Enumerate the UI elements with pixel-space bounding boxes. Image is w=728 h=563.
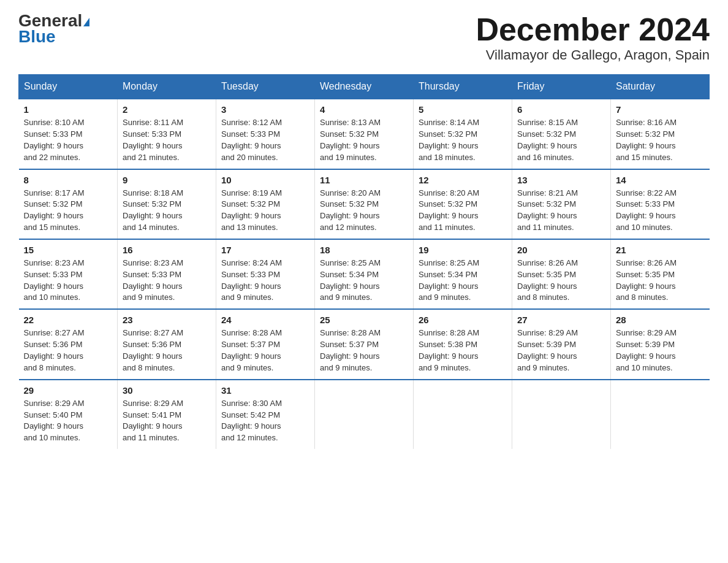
day-info: Sunrise: 8:16 AMSunset: 5:32 PMDaylight:… [616, 117, 705, 163]
day-info: Sunrise: 8:21 AMSunset: 5:32 PMDaylight:… [517, 188, 605, 234]
calendar-day-cell: 27Sunrise: 8:29 AMSunset: 5:39 PMDayligh… [512, 309, 611, 379]
day-info: Sunrise: 8:29 AMSunset: 5:40 PMDaylight:… [24, 398, 113, 444]
calendar-day-cell: 30Sunrise: 8:29 AMSunset: 5:41 PMDayligh… [118, 380, 216, 449]
calendar-day-cell: 10Sunrise: 8:19 AMSunset: 5:32 PMDayligh… [216, 169, 315, 239]
day-number: 23 [123, 315, 211, 325]
day-info: Sunrise: 8:24 AMSunset: 5:33 PMDaylight:… [221, 258, 309, 304]
day-number: 22 [24, 315, 113, 325]
calendar-day-cell [611, 380, 710, 449]
calendar-header-cell: Wednesday [315, 75, 414, 99]
calendar-day-cell: 15Sunrise: 8:23 AMSunset: 5:33 PMDayligh… [19, 239, 118, 309]
day-info: Sunrise: 8:28 AMSunset: 5:37 PMDaylight:… [221, 327, 309, 373]
calendar-day-cell: 3Sunrise: 8:12 AMSunset: 5:33 PMDaylight… [216, 99, 315, 169]
calendar-day-cell [512, 380, 611, 449]
day-number: 14 [616, 175, 705, 185]
calendar-day-cell: 11Sunrise: 8:20 AMSunset: 5:32 PMDayligh… [315, 169, 414, 239]
day-number: 9 [123, 175, 211, 185]
day-number: 29 [24, 385, 113, 396]
calendar-day-cell: 18Sunrise: 8:25 AMSunset: 5:34 PMDayligh… [315, 239, 414, 309]
calendar-day-cell: 24Sunrise: 8:28 AMSunset: 5:37 PMDayligh… [216, 309, 315, 379]
day-info: Sunrise: 8:12 AMSunset: 5:33 PMDaylight:… [221, 117, 309, 163]
calendar-day-cell: 13Sunrise: 8:21 AMSunset: 5:32 PMDayligh… [512, 169, 611, 239]
logo-triangle-icon [83, 18, 89, 26]
calendar-day-cell: 19Sunrise: 8:25 AMSunset: 5:34 PMDayligh… [414, 239, 512, 309]
calendar-day-cell: 25Sunrise: 8:28 AMSunset: 5:37 PMDayligh… [315, 309, 414, 379]
day-info: Sunrise: 8:27 AMSunset: 5:36 PMDaylight:… [24, 327, 113, 373]
day-number: 12 [419, 175, 507, 185]
calendar-day-cell [414, 380, 512, 449]
day-info: Sunrise: 8:28 AMSunset: 5:37 PMDaylight:… [320, 327, 408, 373]
calendar-header-cell: Tuesday [216, 75, 315, 99]
day-info: Sunrise: 8:26 AMSunset: 5:35 PMDaylight:… [517, 258, 605, 304]
day-number: 11 [320, 175, 408, 185]
day-info: Sunrise: 8:11 AMSunset: 5:33 PMDaylight:… [123, 117, 211, 163]
calendar-header-cell: Saturday [611, 75, 710, 99]
day-info: Sunrise: 8:19 AMSunset: 5:32 PMDaylight:… [221, 188, 309, 234]
calendar-day-cell: 28Sunrise: 8:29 AMSunset: 5:39 PMDayligh… [611, 309, 710, 379]
day-number: 8 [24, 175, 113, 185]
calendar-day-cell: 20Sunrise: 8:26 AMSunset: 5:35 PMDayligh… [512, 239, 611, 309]
day-number: 2 [123, 104, 211, 115]
day-info: Sunrise: 8:23 AMSunset: 5:33 PMDaylight:… [24, 258, 113, 304]
day-info: Sunrise: 8:13 AMSunset: 5:32 PMDaylight:… [320, 117, 408, 163]
calendar-day-cell: 1Sunrise: 8:10 AMSunset: 5:33 PMDaylight… [19, 99, 118, 169]
day-number: 17 [221, 245, 309, 255]
title-block: December 2024 Villamayor de Gallego, Ara… [476, 12, 710, 63]
day-number: 19 [419, 245, 507, 255]
calendar-week-row: 15Sunrise: 8:23 AMSunset: 5:33 PMDayligh… [19, 239, 710, 309]
day-number: 1 [24, 104, 113, 115]
calendar-table: SundayMondayTuesdayWednesdayThursdayFrid… [18, 74, 710, 449]
calendar-day-cell: 8Sunrise: 8:17 AMSunset: 5:32 PMDaylight… [19, 169, 118, 239]
calendar-day-cell: 4Sunrise: 8:13 AMSunset: 5:32 PMDaylight… [315, 99, 414, 169]
day-number: 4 [320, 104, 408, 115]
calendar-header-cell: Sunday [19, 75, 118, 99]
day-number: 25 [320, 315, 408, 325]
day-info: Sunrise: 8:25 AMSunset: 5:34 PMDaylight:… [419, 258, 507, 304]
calendar-week-row: 22Sunrise: 8:27 AMSunset: 5:36 PMDayligh… [19, 309, 710, 379]
day-info: Sunrise: 8:22 AMSunset: 5:33 PMDaylight:… [616, 188, 705, 234]
calendar-day-cell: 12Sunrise: 8:20 AMSunset: 5:32 PMDayligh… [414, 169, 512, 239]
day-info: Sunrise: 8:26 AMSunset: 5:35 PMDaylight:… [616, 258, 705, 304]
page-title: December 2024 [476, 12, 710, 47]
day-number: 27 [517, 315, 605, 325]
day-number: 3 [221, 104, 309, 115]
calendar-day-cell: 9Sunrise: 8:18 AMSunset: 5:32 PMDaylight… [118, 169, 216, 239]
calendar-header-cell: Friday [512, 75, 611, 99]
day-info: Sunrise: 8:23 AMSunset: 5:33 PMDaylight:… [123, 258, 211, 304]
day-info: Sunrise: 8:30 AMSunset: 5:42 PMDaylight:… [221, 398, 309, 444]
day-number: 13 [517, 175, 605, 185]
day-number: 30 [123, 385, 211, 396]
calendar-week-row: 29Sunrise: 8:29 AMSunset: 5:40 PMDayligh… [19, 380, 710, 449]
day-info: Sunrise: 8:28 AMSunset: 5:38 PMDaylight:… [419, 327, 507, 373]
day-number: 28 [616, 315, 705, 325]
day-number: 15 [24, 245, 113, 255]
calendar-header-cell: Thursday [414, 75, 512, 99]
day-number: 16 [123, 245, 211, 255]
day-info: Sunrise: 8:25 AMSunset: 5:34 PMDaylight:… [320, 258, 408, 304]
calendar-day-cell: 22Sunrise: 8:27 AMSunset: 5:36 PMDayligh… [19, 309, 118, 379]
day-number: 21 [616, 245, 705, 255]
logo: General Blue [18, 12, 89, 47]
calendar-day-cell: 16Sunrise: 8:23 AMSunset: 5:33 PMDayligh… [118, 239, 216, 309]
calendar-day-cell: 26Sunrise: 8:28 AMSunset: 5:38 PMDayligh… [414, 309, 512, 379]
day-number: 20 [517, 245, 605, 255]
calendar-day-cell: 7Sunrise: 8:16 AMSunset: 5:32 PMDaylight… [611, 99, 710, 169]
day-info: Sunrise: 8:15 AMSunset: 5:32 PMDaylight:… [517, 117, 605, 163]
day-info: Sunrise: 8:27 AMSunset: 5:36 PMDaylight:… [123, 327, 211, 373]
page-header: General Blue December 2024 Villamayor de… [18, 12, 710, 63]
day-info: Sunrise: 8:20 AMSunset: 5:32 PMDaylight:… [419, 188, 507, 234]
day-info: Sunrise: 8:18 AMSunset: 5:32 PMDaylight:… [123, 188, 211, 234]
calendar-day-cell: 6Sunrise: 8:15 AMSunset: 5:32 PMDaylight… [512, 99, 611, 169]
day-number: 6 [517, 104, 605, 115]
calendar-day-cell: 5Sunrise: 8:14 AMSunset: 5:32 PMDaylight… [414, 99, 512, 169]
calendar-week-row: 8Sunrise: 8:17 AMSunset: 5:32 PMDaylight… [19, 169, 710, 239]
calendar-day-cell: 14Sunrise: 8:22 AMSunset: 5:33 PMDayligh… [611, 169, 710, 239]
calendar-day-cell [315, 380, 414, 449]
day-info: Sunrise: 8:29 AMSunset: 5:39 PMDaylight:… [616, 327, 705, 373]
day-number: 10 [221, 175, 309, 185]
calendar-week-row: 1Sunrise: 8:10 AMSunset: 5:33 PMDaylight… [19, 99, 710, 169]
day-info: Sunrise: 8:14 AMSunset: 5:32 PMDaylight:… [419, 117, 507, 163]
calendar-header-cell: Monday [118, 75, 216, 99]
calendar-day-cell: 17Sunrise: 8:24 AMSunset: 5:33 PMDayligh… [216, 239, 315, 309]
calendar-day-cell: 21Sunrise: 8:26 AMSunset: 5:35 PMDayligh… [611, 239, 710, 309]
